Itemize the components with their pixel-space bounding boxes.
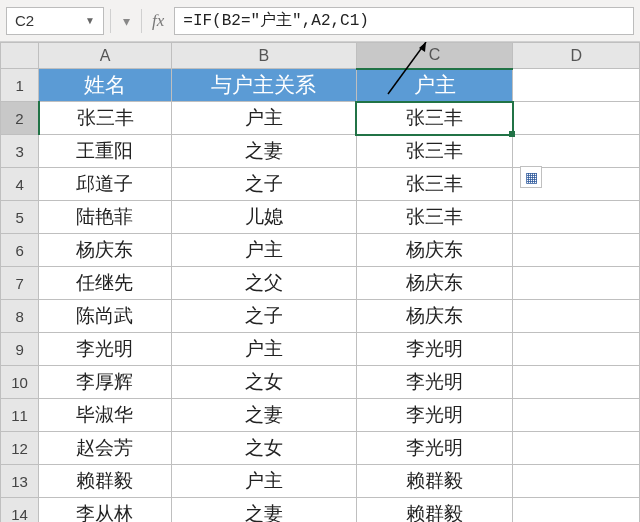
cell[interactable]: 杨庆东	[39, 234, 172, 267]
cell[interactable]: 张三丰	[356, 168, 513, 201]
row-3: 3 王重阳 之妻 张三丰	[1, 135, 640, 168]
col-header-B[interactable]: B	[171, 43, 356, 69]
column-header-row: A B C D	[1, 43, 640, 69]
name-box-dropdown-icon[interactable]: ▼	[85, 15, 95, 26]
header-cell-relation[interactable]: 与户主关系	[171, 69, 356, 102]
cell[interactable]: 之女	[171, 432, 356, 465]
cell[interactable]: 李光明	[39, 333, 172, 366]
row-header[interactable]: 14	[1, 498, 39, 523]
separator	[141, 9, 142, 33]
cell[interactable]: 之女	[171, 366, 356, 399]
cell[interactable]	[513, 300, 640, 333]
formula-text: =IF(B2="户主",A2,C1)	[183, 10, 369, 31]
cell[interactable]: 张三丰	[39, 102, 172, 135]
cell-reference: C2	[15, 12, 34, 29]
row-13: 13 赖群毅 户主 赖群毅	[1, 465, 640, 498]
row-header[interactable]: 2	[1, 102, 39, 135]
row-header[interactable]: 9	[1, 333, 39, 366]
row-header[interactable]: 8	[1, 300, 39, 333]
cell[interactable]: 之妻	[171, 498, 356, 523]
row-header[interactable]: 3	[1, 135, 39, 168]
row-header[interactable]: 13	[1, 465, 39, 498]
cell[interactable]: 赵会芳	[39, 432, 172, 465]
cell[interactable]	[513, 69, 640, 102]
worksheet: A B C D 1 姓名 与户主关系 户主 2 张三丰 户主 张三丰 3 王重阳…	[0, 42, 640, 522]
row-header[interactable]: 1	[1, 69, 39, 102]
formula-bar: C2 ▼ ▾ fx =IF(B2="户主",A2,C1)	[0, 0, 640, 42]
cell[interactable]: 户主	[171, 465, 356, 498]
row-8: 8 陈尚武 之子 杨庆东	[1, 300, 640, 333]
cell[interactable]: 赖群毅	[356, 498, 513, 523]
cell[interactable]: 李光明	[356, 366, 513, 399]
row-4: 4 邱道子 之子 张三丰	[1, 168, 640, 201]
cell[interactable]: 邱道子	[39, 168, 172, 201]
col-header-C[interactable]: C	[356, 43, 513, 69]
row-header[interactable]: 7	[1, 267, 39, 300]
header-cell-name[interactable]: 姓名	[39, 69, 172, 102]
row-12: 12 赵会芳 之女 李光明	[1, 432, 640, 465]
row-5: 5 陆艳菲 儿媳 张三丰	[1, 201, 640, 234]
cell[interactable]	[513, 333, 640, 366]
autofill-icon: ▦	[525, 169, 538, 185]
cell[interactable]	[513, 465, 640, 498]
cell[interactable]	[513, 267, 640, 300]
cell[interactable]: 户主	[171, 234, 356, 267]
cell[interactable]: 之父	[171, 267, 356, 300]
cell[interactable]	[513, 432, 640, 465]
cell[interactable]	[513, 102, 640, 135]
cell[interactable]: 陆艳菲	[39, 201, 172, 234]
row-11: 11 毕淑华 之妻 李光明	[1, 399, 640, 432]
row-6: 6 杨庆东 户主 杨庆东	[1, 234, 640, 267]
cell[interactable]: 张三丰	[356, 201, 513, 234]
col-header-D[interactable]: D	[513, 43, 640, 69]
formula-input[interactable]: =IF(B2="户主",A2,C1)	[174, 7, 634, 35]
cell[interactable]: 赖群毅	[39, 465, 172, 498]
cell[interactable]: 李光明	[356, 432, 513, 465]
fx-button[interactable]: fx	[148, 11, 168, 31]
cell[interactable]: 李光明	[356, 399, 513, 432]
cell[interactable]: 之妻	[171, 399, 356, 432]
name-box[interactable]: C2 ▼	[6, 7, 104, 35]
expand-down-icon[interactable]: ▾	[117, 10, 135, 32]
row-header[interactable]: 6	[1, 234, 39, 267]
cell[interactable]: 李从林	[39, 498, 172, 523]
cell[interactable]	[513, 135, 640, 168]
cell[interactable]	[513, 498, 640, 523]
row-header[interactable]: 12	[1, 432, 39, 465]
cell[interactable]: 之妻	[171, 135, 356, 168]
cell[interactable]: 毕淑华	[39, 399, 172, 432]
cell[interactable]: 张三丰	[356, 135, 513, 168]
select-all-corner[interactable]	[1, 43, 39, 69]
cell[interactable]: 杨庆东	[356, 300, 513, 333]
cell[interactable]: 户主	[171, 102, 356, 135]
cell[interactable]	[513, 201, 640, 234]
cell-selected[interactable]: 张三丰	[356, 102, 513, 135]
autofill-options-button[interactable]: ▦	[520, 166, 542, 188]
grid[interactable]: A B C D 1 姓名 与户主关系 户主 2 张三丰 户主 张三丰 3 王重阳…	[0, 42, 640, 522]
cell[interactable]: 王重阳	[39, 135, 172, 168]
cell[interactable]: 李厚辉	[39, 366, 172, 399]
cell[interactable]: 杨庆东	[356, 234, 513, 267]
row-9: 9 李光明 户主 李光明	[1, 333, 640, 366]
header-cell-head[interactable]: 户主	[356, 69, 513, 102]
cell[interactable]: 之子	[171, 168, 356, 201]
cell[interactable]: 任继先	[39, 267, 172, 300]
cell[interactable]	[513, 234, 640, 267]
row-7: 7 任继先 之父 杨庆东	[1, 267, 640, 300]
cell[interactable]: 之子	[171, 300, 356, 333]
cell[interactable]: 儿媳	[171, 201, 356, 234]
row-header[interactable]: 11	[1, 399, 39, 432]
cell[interactable]: 赖群毅	[356, 465, 513, 498]
cell[interactable]	[513, 366, 640, 399]
fill-handle[interactable]	[509, 131, 515, 137]
cell[interactable]: 杨庆东	[356, 267, 513, 300]
col-header-A[interactable]: A	[39, 43, 172, 69]
cell[interactable]	[513, 399, 640, 432]
row-header[interactable]: 5	[1, 201, 39, 234]
cell[interactable]: 户主	[171, 333, 356, 366]
cell[interactable]: 陈尚武	[39, 300, 172, 333]
row-header[interactable]: 10	[1, 366, 39, 399]
row-header[interactable]: 4	[1, 168, 39, 201]
cell[interactable]: 李光明	[356, 333, 513, 366]
row-1: 1 姓名 与户主关系 户主	[1, 69, 640, 102]
